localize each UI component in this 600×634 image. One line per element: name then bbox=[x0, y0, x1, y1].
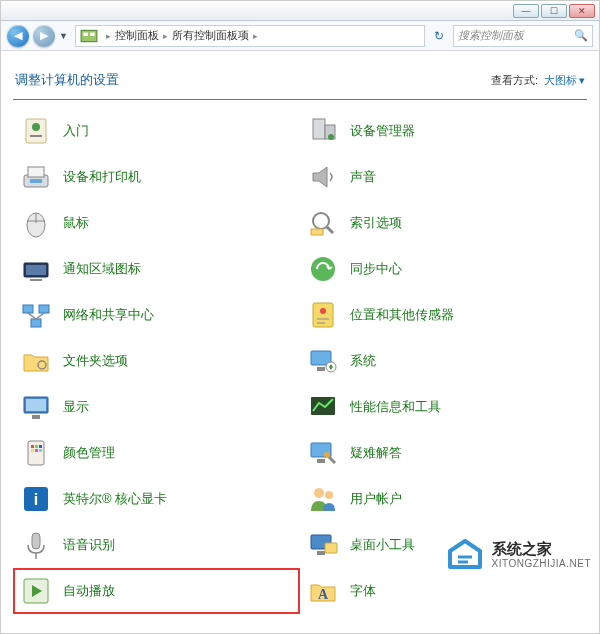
item-label: 系统 bbox=[350, 352, 376, 370]
svg-rect-31 bbox=[32, 533, 40, 549]
fonts-icon: A bbox=[306, 574, 340, 608]
troubleshoot-icon bbox=[306, 436, 340, 470]
maximize-button[interactable]: ☐ bbox=[541, 4, 567, 18]
bc-sep-icon: ▸ bbox=[102, 31, 115, 41]
notification-icons-icon bbox=[19, 252, 53, 286]
navigation-bar: ◀ ▶ ▼ ▸ 控制面板 ▸ 所有控制面板项 ▸ ↻ 搜索控制面板 🔍 bbox=[1, 21, 599, 51]
item-label: 自动播放 bbox=[63, 582, 115, 600]
user-accounts-icon bbox=[306, 482, 340, 516]
page-header: 调整计算机的设置 查看方式: 大图标 ▾ bbox=[1, 51, 599, 95]
item-label: 性能信息和工具 bbox=[350, 398, 441, 416]
network-sharing-icon bbox=[19, 298, 53, 332]
view-label: 查看方式: bbox=[491, 73, 538, 88]
svg-rect-24 bbox=[35, 445, 38, 448]
item-label: 通知区域图标 bbox=[63, 260, 141, 278]
item-display[interactable]: 显示 bbox=[13, 384, 300, 430]
item-mouse[interactable]: 鼠标 bbox=[13, 200, 300, 246]
svg-rect-55 bbox=[317, 551, 325, 555]
item-devices-printers[interactable]: 设备和打印机 bbox=[13, 154, 300, 200]
search-icon[interactable]: 🔍 bbox=[574, 29, 588, 42]
svg-rect-16 bbox=[39, 305, 49, 313]
item-fonts[interactable]: A字体 bbox=[300, 568, 587, 614]
refresh-button[interactable]: ↻ bbox=[429, 26, 449, 46]
speech-icon bbox=[19, 528, 53, 562]
mouse-icon bbox=[19, 206, 53, 240]
item-label: 文件夹选项 bbox=[63, 352, 128, 370]
view-dropdown[interactable]: 大图标 ▾ bbox=[544, 73, 585, 88]
sync-center-icon bbox=[306, 252, 340, 286]
svg-point-53 bbox=[325, 491, 333, 499]
item-label: 显示 bbox=[63, 398, 89, 416]
gadgets-icon bbox=[306, 528, 340, 562]
svg-rect-7 bbox=[28, 167, 44, 177]
svg-rect-8 bbox=[30, 179, 42, 183]
svg-rect-14 bbox=[30, 279, 42, 281]
bc-control-panel[interactable]: 控制面板 bbox=[115, 28, 159, 43]
svg-rect-20 bbox=[26, 399, 46, 411]
item-sound[interactable]: 声音 bbox=[300, 154, 587, 200]
search-input[interactable]: 搜索控制面板 🔍 bbox=[453, 25, 593, 47]
back-button[interactable]: ◀ bbox=[7, 25, 29, 47]
location-sensors-icon bbox=[306, 298, 340, 332]
svg-point-38 bbox=[313, 213, 329, 229]
watermark-url: XITONGZHIJIA.NET bbox=[492, 558, 592, 569]
svg-line-39 bbox=[327, 227, 333, 233]
item-network-sharing[interactable]: 网络和共享中心 bbox=[13, 292, 300, 338]
column-left: 入门设备和打印机鼠标通知区域图标网络和共享中心文件夹选项显示颜色管理i英特尔® … bbox=[13, 108, 300, 614]
folder-options-icon bbox=[19, 344, 53, 378]
item-folder-options[interactable]: 文件夹选项 bbox=[13, 338, 300, 384]
svg-rect-23 bbox=[31, 445, 34, 448]
item-label: 疑难解答 bbox=[350, 444, 402, 462]
svg-rect-50 bbox=[317, 459, 325, 463]
forward-button[interactable]: ▶ bbox=[33, 25, 55, 47]
item-system[interactable]: 系统 bbox=[300, 338, 587, 384]
item-label: 桌面小工具 bbox=[350, 536, 415, 554]
item-label: 语音识别 bbox=[63, 536, 115, 554]
svg-rect-28 bbox=[39, 449, 42, 452]
svg-point-4 bbox=[32, 123, 40, 131]
svg-rect-17 bbox=[31, 319, 41, 327]
item-label: 索引选项 bbox=[350, 214, 402, 232]
item-label: 用户帐户 bbox=[350, 490, 402, 508]
svg-rect-22 bbox=[28, 441, 44, 465]
svg-rect-2 bbox=[90, 32, 95, 35]
item-performance[interactable]: 性能信息和工具 bbox=[300, 384, 587, 430]
item-troubleshoot[interactable]: 疑难解答 bbox=[300, 430, 587, 476]
minimize-button[interactable]: — bbox=[513, 4, 539, 18]
breadcrumb[interactable]: ▸ 控制面板 ▸ 所有控制面板项 ▸ bbox=[75, 25, 425, 47]
item-location-sensors[interactable]: 位置和其他传感器 bbox=[300, 292, 587, 338]
color-mgmt-icon bbox=[19, 436, 53, 470]
page-title: 调整计算机的设置 bbox=[15, 71, 119, 89]
item-color-mgmt[interactable]: 颜色管理 bbox=[13, 430, 300, 476]
item-sync-center[interactable]: 同步中心 bbox=[300, 246, 587, 292]
item-user-accounts[interactable]: 用户帐户 bbox=[300, 476, 587, 522]
bc-sep-icon: ▸ bbox=[159, 31, 172, 41]
svg-rect-27 bbox=[35, 449, 38, 452]
bc-all-items[interactable]: 所有控制面板项 bbox=[172, 28, 249, 43]
item-speech[interactable]: 语音识别 bbox=[13, 522, 300, 568]
svg-rect-15 bbox=[23, 305, 33, 313]
item-label: 入门 bbox=[63, 122, 89, 140]
item-label: 鼠标 bbox=[63, 214, 89, 232]
item-label: 字体 bbox=[350, 582, 376, 600]
item-device-manager[interactable]: 设备管理器 bbox=[300, 108, 587, 154]
device-manager-icon bbox=[306, 114, 340, 148]
item-label: 同步中心 bbox=[350, 260, 402, 278]
header-divider bbox=[13, 99, 587, 100]
close-button[interactable]: ✕ bbox=[569, 4, 595, 18]
control-panel-icon bbox=[80, 27, 98, 45]
bc-sep-icon: ▸ bbox=[249, 31, 262, 41]
watermark-logo-icon bbox=[444, 537, 486, 573]
svg-text:A: A bbox=[318, 587, 329, 602]
intel-graphics-icon: i bbox=[19, 482, 53, 516]
item-autoplay[interactable]: 自动播放 bbox=[13, 568, 300, 614]
item-label: 网络和共享中心 bbox=[63, 306, 154, 324]
item-notification-icons[interactable]: 通知区域图标 bbox=[13, 246, 300, 292]
item-indexing[interactable]: 索引选项 bbox=[300, 200, 587, 246]
indexing-icon bbox=[306, 206, 340, 240]
item-intel-graphics[interactable]: i英特尔® 核心显卡 bbox=[13, 476, 300, 522]
item-label: 设备和打印机 bbox=[63, 168, 141, 186]
item-getting-started[interactable]: 入门 bbox=[13, 108, 300, 154]
watermark: 系统之家 XITONGZHIJIA.NET bbox=[444, 537, 592, 573]
history-dropdown[interactable]: ▼ bbox=[59, 31, 71, 41]
